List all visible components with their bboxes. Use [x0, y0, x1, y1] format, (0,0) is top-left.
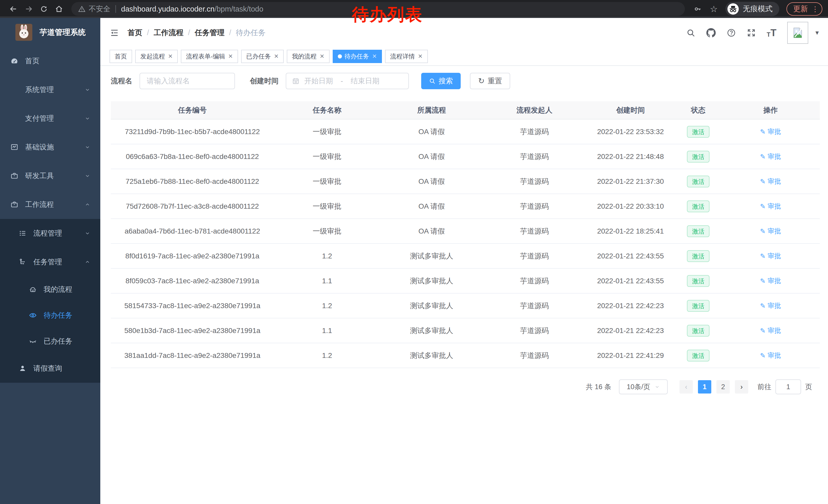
page-size-select[interactable]: 10条/页 — [619, 379, 668, 394]
column-header-任务编号: 任务编号 — [111, 101, 274, 119]
sidebar-item-支付管理[interactable]: 支付管理 — [0, 104, 100, 133]
app-title: 芋道管理系统 — [40, 27, 86, 38]
sidebar-item-首页[interactable]: 首页 — [0, 47, 100, 75]
tab-close-icon[interactable]: ✕ — [320, 54, 324, 59]
sidebar-item-请假查询[interactable]: 请假查询 — [0, 354, 100, 383]
search-button[interactable]: 搜索 — [421, 73, 461, 89]
approve-link[interactable]: ✎ 审批 — [760, 202, 781, 211]
approve-link[interactable]: ✎ 审批 — [760, 177, 781, 186]
date-range-picker[interactable]: 开始日期 - 结束日期 — [286, 73, 409, 89]
sidebar-item-流程管理[interactable]: 流程管理 — [0, 219, 100, 248]
cell-task-name: 一级审批 — [274, 144, 380, 169]
cell-task-name: 一级审批 — [274, 219, 380, 243]
address-bar[interactable]: 不安全 dashboard.yudao.iocoder.cn /bpm/task… — [71, 2, 685, 16]
tags-view: 首页 发起流程 ✕ 流程表单-编辑 ✕ 已办任务 ✕ 我的流程 ✕ 待办任务 ✕… — [100, 47, 828, 66]
cell-process: OA 请假 — [380, 169, 483, 194]
cell-starter: 芋道源码 — [483, 318, 586, 343]
cell-starter: 芋道源码 — [483, 144, 586, 169]
approve-link[interactable]: ✎ 审批 — [760, 351, 781, 360]
user-avatar[interactable] — [787, 22, 808, 44]
view-tab-发起流程[interactable]: 发起流程 ✕ — [135, 50, 178, 63]
cell-task-id: 58154733-7ac8-11ec-a9e2-a2380e71991a — [111, 293, 274, 318]
approve-link[interactable]: ✎ 审批 — [760, 251, 781, 261]
key-icon[interactable] — [694, 5, 702, 13]
cell-process: 测试多审批人 — [380, 268, 483, 293]
browser-update-button[interactable]: 更新 ⋮ — [786, 2, 822, 16]
tab-close-icon[interactable]: ✕ — [372, 54, 377, 59]
view-tab-首页[interactable]: 首页 — [110, 50, 132, 63]
pager-pages: 12 — [695, 380, 732, 394]
reset-button[interactable]: ↻ 重置 — [470, 73, 510, 89]
cell-task-id: 580e1b3d-7ac8-11ec-a9e2-a2380e71991a — [111, 318, 274, 343]
cell-task-name: 1.2 — [274, 343, 380, 368]
date-separator: - — [341, 77, 343, 85]
navbar-actions: TT ▾ — [686, 22, 819, 44]
sidebar-item-系统管理[interactable]: 系统管理 — [0, 75, 100, 104]
breadcrumb-item[interactable]: 首页 — [127, 28, 142, 38]
view-tab-流程详情[interactable]: 流程详情 ✕ — [385, 50, 427, 63]
tab-close-icon[interactable]: ✕ — [274, 54, 279, 59]
chevron-icon — [84, 201, 90, 208]
sidebar-item-工作流程[interactable]: 工作流程 — [0, 190, 100, 219]
url-host: dashboard.yudao.iocoder.cn — [121, 5, 214, 13]
chevron-icon — [84, 116, 90, 122]
next-page-button[interactable]: › — [735, 380, 748, 394]
sidebar-logo[interactable]: 芋道管理系统 — [0, 18, 100, 47]
approve-link[interactable]: ✎ 审批 — [760, 326, 781, 335]
cell-created: 2022-01-22 20:33:10 — [586, 194, 675, 219]
sidebar-item-研发工具[interactable]: 研发工具 — [0, 162, 100, 190]
search-icon[interactable] — [686, 28, 695, 37]
goto-page-input[interactable] — [776, 379, 801, 394]
cell-task-id: 381aa1dd-7ac8-11ec-a9e2-a2380e71991a — [111, 343, 274, 368]
breadcrumb-item[interactable]: 任务管理 — [195, 28, 224, 38]
view-tab-我的流程[interactable]: 我的流程 ✕ — [287, 50, 329, 63]
process-name-input[interactable] — [139, 73, 235, 89]
page-button-1[interactable]: 1 — [698, 380, 711, 394]
sidebar-item-待办任务[interactable]: 待办任务 — [0, 302, 100, 328]
help-icon[interactable] — [727, 28, 736, 37]
font-size-icon[interactable]: TT — [767, 28, 777, 38]
bookmark-star-icon[interactable]: ☆ — [710, 5, 718, 13]
fullscreen-icon[interactable] — [747, 28, 756, 37]
browser-menu-icon[interactable]: ⋮ — [812, 5, 819, 13]
view-tab-已办任务[interactable]: 已办任务 ✕ — [241, 50, 284, 63]
breadcrumb-item[interactable]: 工作流程 — [154, 28, 183, 38]
not-secure-icon[interactable] — [78, 5, 86, 13]
sidebar-item-任务管理[interactable]: 任务管理 — [0, 248, 100, 276]
approve-link[interactable]: ✎ 审批 — [760, 301, 781, 310]
incognito-label: 无痕模式 — [743, 4, 773, 14]
browser-home-icon[interactable] — [55, 5, 63, 13]
process-name-label: 流程名 — [111, 76, 132, 86]
url-path: /bpm/task/todo — [214, 5, 263, 13]
prev-page-button[interactable]: ‹ — [679, 380, 693, 394]
tab-close-icon[interactable]: ✕ — [228, 54, 233, 59]
sidebar-toggle-icon[interactable] — [110, 28, 119, 38]
tab-close-icon[interactable]: ✕ — [418, 54, 422, 59]
tab-close-icon[interactable]: ✕ — [168, 54, 173, 59]
approve-link[interactable]: ✎ 审批 — [760, 152, 781, 161]
sidebar-item-我的流程[interactable]: 我的流程 — [0, 276, 100, 302]
not-secure-label: 不安全 — [89, 4, 110, 14]
browser-forward-icon[interactable] — [25, 5, 33, 13]
cell-task-id: 8f059c03-7ac8-11ec-a9e2-a2380e71991a — [111, 268, 274, 293]
sidebar-item-已办任务[interactable]: 已办任务 — [0, 328, 100, 354]
cell-starter: 芋道源码 — [483, 343, 586, 368]
browser-back-icon[interactable] — [9, 5, 17, 13]
cell-task-name: 1.2 — [274, 293, 380, 318]
github-icon[interactable] — [706, 28, 716, 38]
cell-process: OA 请假 — [380, 144, 483, 169]
sidebar-item-基础设施[interactable]: 基础设施 — [0, 133, 100, 162]
page-button-2[interactable]: 2 — [716, 380, 730, 394]
browser-reload-icon[interactable] — [40, 5, 48, 13]
approve-link[interactable]: ✎ 审批 — [760, 276, 781, 285]
status-badge: 激活 — [687, 325, 709, 336]
status-badge: 激活 — [687, 275, 709, 287]
avatar-caret-icon[interactable]: ▾ — [816, 29, 819, 37]
yen-icon — [10, 114, 18, 123]
approve-link[interactable]: ✎ 审批 — [760, 127, 781, 136]
eye-icon — [29, 311, 37, 319]
view-tab-流程表单-编辑[interactable]: 流程表单-编辑 ✕ — [181, 50, 238, 63]
table-row: 381aa1dd-7ac8-11ec-a9e2-a2380e71991a 1.2… — [111, 343, 820, 368]
view-tab-待办任务[interactable]: 待办任务 ✕ — [333, 50, 382, 63]
approve-link[interactable]: ✎ 审批 — [760, 227, 781, 236]
